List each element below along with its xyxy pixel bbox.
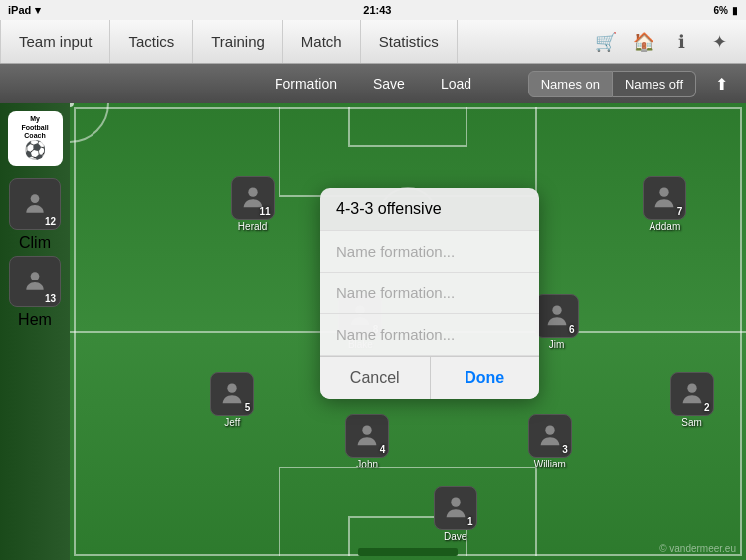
- player-token-1[interactable]: 1 Dave: [434, 486, 477, 542]
- side-player-12[interactable]: 12: [9, 178, 61, 230]
- side-player-13[interactable]: 13: [9, 256, 61, 307]
- logo: My Football Coach ⚽: [8, 111, 63, 166]
- player-name-4: John: [356, 459, 378, 469]
- status-left: iPad ▾: [8, 4, 41, 17]
- nav-tabs: Team inputTacticsTrainingMatchStatistics: [0, 20, 591, 63]
- popup-cancel-button[interactable]: Cancel: [320, 357, 431, 399]
- names-buttons: Names on Names off: [528, 71, 696, 97]
- player-avatar-1: 1: [434, 486, 477, 530]
- device-label: iPad: [8, 4, 31, 16]
- wifi-icon: ▾: [35, 4, 41, 17]
- svg-point-5: [552, 306, 561, 315]
- svg-point-2: [248, 187, 257, 196]
- load-button[interactable]: Load: [423, 71, 489, 96]
- nav-tab-match[interactable]: Match: [283, 20, 361, 63]
- player-num-3: 3: [562, 444, 568, 455]
- player-token-4[interactable]: 4 John: [345, 414, 389, 469]
- status-time: 21:43: [363, 4, 391, 16]
- home-icon[interactable]: 🏠: [629, 27, 658, 57]
- formation-name-input-2[interactable]: Name formation...: [320, 273, 539, 314]
- svg-point-0: [31, 194, 40, 203]
- player-token-11[interactable]: 11 Herald: [231, 176, 275, 232]
- copyright: © vandermeer.eu: [659, 543, 736, 554]
- player-avatar-5: 5: [210, 372, 254, 416]
- names-on-button[interactable]: Names on: [528, 71, 613, 97]
- logo-line2: Football: [21, 124, 48, 132]
- player-token-3[interactable]: 3 William: [528, 414, 572, 469]
- player-name-3: William: [534, 459, 566, 469]
- nav-tab-team-input[interactable]: Team input: [0, 20, 110, 63]
- nav-tab-training[interactable]: Training: [193, 20, 283, 63]
- svg-point-9: [545, 425, 554, 434]
- player-num-7: 7: [677, 206, 683, 217]
- player-num-2: 2: [704, 402, 710, 413]
- side-player-name-13: Hem: [18, 311, 52, 329]
- goal-box-top: [348, 107, 467, 147]
- player-avatar-11: 11: [231, 176, 275, 220]
- field: 11 Herald 7 Addam 8 Blake: [70, 103, 746, 560]
- player-name-2: Sam: [681, 417, 702, 428]
- info-icon[interactable]: ℹ: [666, 27, 696, 57]
- names-off-button[interactable]: Names off: [613, 71, 696, 97]
- player-name-11: Herald: [238, 221, 267, 232]
- jersey-num: 13: [45, 293, 56, 304]
- side-player-name-12: Clim: [19, 234, 51, 252]
- player-num-1: 1: [467, 516, 473, 527]
- nav-icons: 🛒 🏠 ℹ ✦: [591, 27, 746, 57]
- nav-bar: Team inputTacticsTrainingMatchStatistics…: [0, 20, 746, 64]
- formation-option-selected[interactable]: 4-3-3 offensive: [320, 188, 539, 231]
- status-bar: iPad ▾ 21:43 6% ▮: [0, 0, 746, 20]
- player-avatar-7: 7: [643, 176, 686, 220]
- bottom-stripe: [358, 548, 458, 556]
- nav-tab-tactics[interactable]: Tactics: [110, 20, 193, 63]
- formation-popup: 4-3-3 offensive Name formation... Name f…: [320, 188, 539, 399]
- toolbar: Formation Save Load Names on Names off ⬆: [0, 64, 746, 103]
- player-avatar-3: 3: [528, 414, 572, 458]
- battery-label: 6%: [714, 5, 728, 16]
- popup-done-button[interactable]: Done: [431, 357, 540, 399]
- player-num-11: 11: [259, 206, 270, 217]
- svg-point-3: [660, 187, 669, 196]
- player-num-4: 4: [380, 444, 386, 455]
- player-name-5: Jeff: [224, 417, 240, 428]
- cart-icon[interactable]: 🛒: [591, 27, 621, 57]
- formation-name-input-1[interactable]: Name formation...: [320, 231, 539, 273]
- svg-point-8: [363, 425, 372, 434]
- formation-button[interactable]: Formation: [257, 71, 355, 96]
- nav-tab-statistics[interactable]: Statistics: [361, 20, 458, 63]
- player-num-5: 5: [245, 402, 251, 413]
- player-name-6: Jim: [549, 339, 565, 350]
- status-right: 6% ▮: [714, 5, 738, 16]
- player-num-6: 6: [569, 324, 575, 335]
- player-avatar-2: 2: [670, 372, 714, 416]
- player-token-2[interactable]: 2 Sam: [670, 372, 714, 428]
- save-button[interactable]: Save: [355, 71, 423, 96]
- share-button[interactable]: ⬆: [707, 70, 736, 98]
- star-icon[interactable]: ✦: [704, 27, 734, 57]
- player-name-1: Dave: [444, 531, 466, 542]
- player-token-6[interactable]: 6 Jim: [535, 294, 579, 350]
- svg-point-6: [228, 384, 237, 393]
- center-dot: [70, 103, 74, 107]
- logo-line1: My: [30, 115, 40, 123]
- player-avatar-4: 4: [345, 414, 389, 458]
- svg-point-7: [687, 384, 696, 393]
- side-panel: My Football Coach ⚽ 12 Clim 13 Hem: [0, 103, 70, 560]
- svg-point-10: [451, 498, 460, 507]
- battery-icon: ▮: [732, 5, 738, 16]
- svg-point-1: [31, 272, 40, 280]
- formation-name-input-3[interactable]: Name formation...: [320, 314, 539, 356]
- player-token-7[interactable]: 7 Addam: [643, 176, 686, 232]
- popup-footer: Cancel Done: [320, 356, 539, 399]
- main-content: My Football Coach ⚽ 12 Clim 13 Hem: [0, 103, 746, 560]
- player-name-7: Addam: [650, 221, 681, 232]
- player-token-5[interactable]: 5 Jeff: [210, 372, 254, 428]
- player-avatar-6: 6: [535, 294, 579, 338]
- jersey-num: 12: [45, 216, 56, 227]
